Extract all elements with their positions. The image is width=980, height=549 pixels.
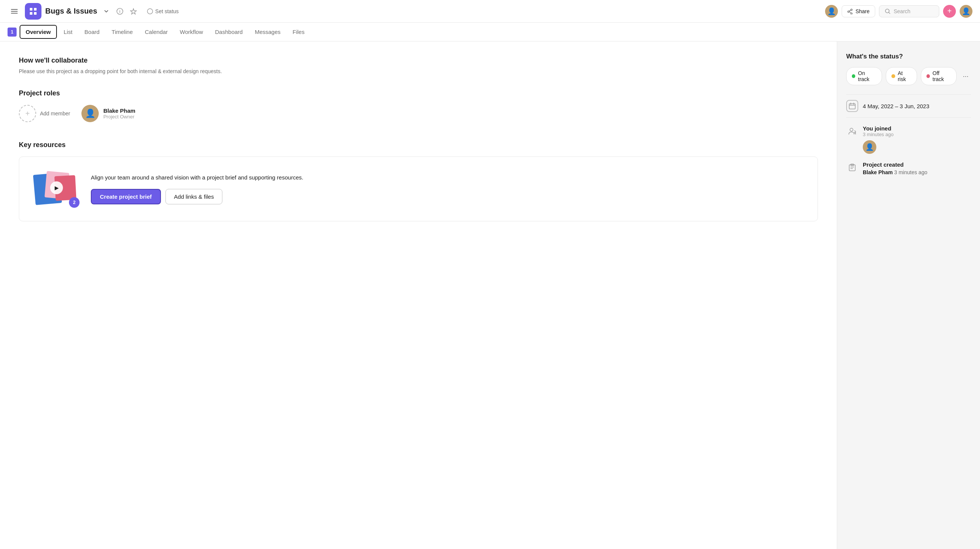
info-icon[interactable]: i — [115, 6, 125, 17]
roles-row: + Add member 👤 Blake Pham Project Owner — [19, 105, 818, 122]
tab-calendar[interactable]: Calendar — [140, 25, 173, 38]
play-circle: ▶ — [50, 181, 63, 194]
activity-created-meta: Blake Pham 3 minutes ago — [863, 169, 927, 175]
date-range: 4 May, 2022 – 3 Jun, 2023 — [863, 103, 929, 109]
activity-created-title: Project created — [863, 161, 927, 168]
tab-overview[interactable]: Overview — [20, 25, 57, 39]
activity-joined: You joined 3 minutes ago 👤 — [846, 125, 971, 154]
create-project-brief-button[interactable]: Create project brief — [91, 189, 161, 204]
tab-board[interactable]: Board — [79, 25, 105, 38]
collaborate-description: Please use this project as a dropping po… — [19, 68, 818, 74]
svg-text:i: i — [119, 10, 120, 14]
resources-card: ▶ 2 Align your team around a shared visi… — [19, 156, 818, 221]
svg-rect-5 — [30, 12, 32, 15]
activity-joined-title: You joined — [863, 125, 894, 132]
add-member-circle: + — [19, 105, 36, 122]
topbar: Bugs & Issues i Set status 👤 Share — [0, 0, 980, 22]
set-status-button[interactable]: Set status — [143, 6, 183, 17]
current-user-avatar[interactable]: 👤 — [959, 5, 972, 18]
svg-point-9 — [147, 9, 153, 14]
add-member-label: Add member — [40, 110, 70, 116]
add-member-button[interactable]: + Add member — [19, 105, 70, 122]
status-row: On track At risk Off track ··· — [846, 67, 971, 85]
search-bar[interactable]: Search — [879, 5, 939, 18]
project-title[interactable]: Bugs & Issues — [45, 7, 97, 16]
svg-rect-12 — [849, 104, 855, 109]
status-at-risk[interactable]: At risk — [886, 67, 917, 85]
member-role: Project Owner — [103, 114, 135, 119]
dot-yellow — [891, 74, 895, 78]
main-layout: How we'll collaborate Please use this pr… — [0, 41, 980, 549]
clipboard-icon — [846, 161, 858, 173]
tab-list[interactable]: List — [59, 25, 78, 38]
dot-red — [926, 74, 930, 78]
resource-badge: 2 — [69, 197, 80, 208]
calendar-icon — [846, 100, 858, 112]
people-icon — [846, 125, 858, 137]
search-icon — [885, 8, 891, 14]
tab-workflow[interactable]: Workflow — [175, 25, 208, 38]
activity-joined-time: 3 minutes ago — [863, 132, 894, 137]
activity-section: You joined 3 minutes ago 👤 Project creat… — [846, 125, 971, 175]
topbar-right: 👤 Share Search + 👤 — [825, 5, 972, 18]
key-resources-title: Key resources — [19, 141, 818, 149]
status-more-button[interactable]: ··· — [960, 70, 971, 82]
svg-rect-3 — [30, 8, 32, 11]
dot-green — [852, 74, 855, 78]
resource-text: Align your team around a shared vision w… — [91, 173, 802, 204]
status-on-track[interactable]: On track — [846, 67, 882, 85]
add-links-files-button[interactable]: Add links & files — [165, 189, 223, 204]
activity-created-content: Project created Blake Pham 3 minutes ago — [863, 161, 927, 175]
activity-joined-content: You joined 3 minutes ago 👤 — [863, 125, 894, 154]
tab-number-badge: 1 — [8, 27, 17, 37]
activity-joined-avatar: 👤 — [863, 140, 877, 154]
user-avatar-topbar[interactable]: 👤 — [825, 5, 838, 18]
svg-rect-6 — [34, 12, 37, 15]
app-icon[interactable] — [25, 3, 41, 20]
status-section-title: What's the status? — [846, 53, 971, 60]
topbar-icons: i — [101, 6, 139, 17]
key-resources-section: Key resources ▶ 2 Align your team around… — [19, 141, 818, 221]
resource-buttons: Create project brief Add links & files — [91, 189, 802, 204]
member-name: Blake Pham — [103, 107, 135, 114]
nav-tabs: 1 Overview List Board Timeline Calendar … — [0, 22, 980, 41]
add-button[interactable]: + — [943, 5, 956, 18]
resource-illustration: ▶ 2 — [34, 172, 80, 206]
svg-rect-4 — [34, 8, 37, 11]
tab-timeline[interactable]: Timeline — [106, 25, 138, 38]
svg-point-16 — [850, 128, 853, 131]
member-info: Blake Pham Project Owner — [103, 107, 135, 119]
resource-description: Align your team around a shared vision w… — [91, 173, 802, 182]
tab-dashboard[interactable]: Dashboard — [210, 25, 248, 38]
share-button[interactable]: Share — [842, 5, 875, 18]
status-off-track[interactable]: Off track — [921, 67, 957, 85]
tab-files[interactable]: Files — [287, 25, 310, 38]
collaborate-title: How we'll collaborate — [19, 57, 818, 64]
date-row: 4 May, 2022 – 3 Jun, 2023 — [846, 94, 971, 118]
hamburger-icon[interactable] — [8, 5, 21, 18]
project-roles-section: Project roles + Add member 👤 Blake Pham … — [19, 89, 818, 122]
star-icon[interactable] — [128, 6, 139, 17]
collaborate-section: How we'll collaborate Please use this pr… — [19, 57, 818, 74]
activity-created: Project created Blake Pham 3 minutes ago — [846, 161, 971, 175]
member-card: 👤 Blake Pham Project Owner — [81, 105, 135, 122]
content-area: How we'll collaborate Please use this pr… — [0, 41, 837, 549]
tab-messages[interactable]: Messages — [250, 25, 286, 38]
topbar-left: Bugs & Issues i Set status — [8, 3, 821, 20]
sidebar: What's the status? On track At risk Off … — [837, 41, 980, 549]
svg-line-11 — [889, 13, 890, 14]
dropdown-chevron-icon[interactable] — [101, 6, 111, 17]
member-avatar: 👤 — [81, 105, 99, 122]
project-roles-title: Project roles — [19, 89, 818, 97]
